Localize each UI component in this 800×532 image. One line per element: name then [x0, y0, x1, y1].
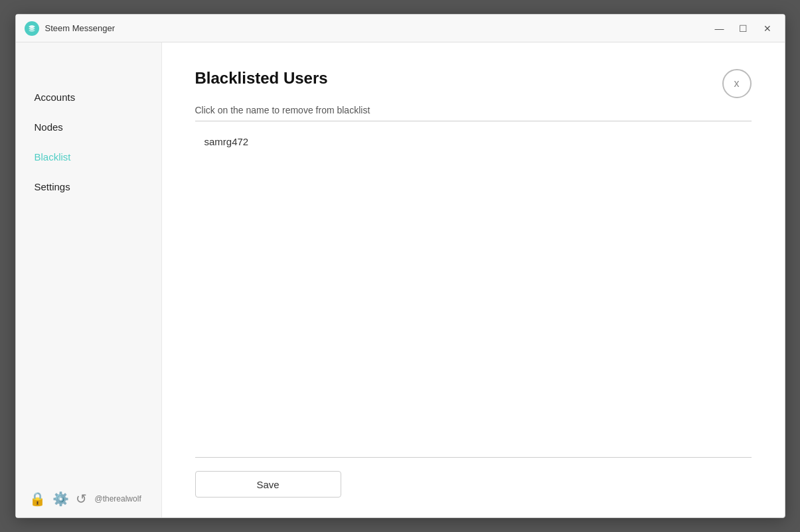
- minimize-button[interactable]: —: [710, 19, 729, 38]
- subtitle-text: Click on the name to remove from blackli…: [195, 105, 752, 115]
- bottom-divider: [195, 457, 752, 458]
- current-user: @therealwolf: [95, 494, 141, 503]
- maximize-button[interactable]: ☐: [734, 19, 753, 38]
- app-logo: [24, 21, 40, 36]
- sidebar-item-nodes[interactable]: Nodes: [16, 112, 161, 142]
- window-close-button[interactable]: ✕: [758, 19, 777, 38]
- save-button[interactable]: Save: [195, 471, 341, 498]
- refresh-icon[interactable]: ↺: [76, 491, 87, 507]
- sidebar-item-accounts[interactable]: Accounts: [16, 82, 161, 112]
- blacklist-entries: samrg472: [195, 128, 752, 450]
- sidebar: Accounts Nodes Blacklist Settings 🔒 ⚙️ ↺…: [16, 42, 162, 517]
- app-title: Steem Messenger: [45, 23, 710, 33]
- content-header: Blacklisted Users x: [195, 69, 752, 98]
- settings-icon[interactable]: ⚙️: [52, 491, 69, 507]
- main-content: Accounts Nodes Blacklist Settings 🔒 ⚙️ ↺…: [16, 42, 785, 517]
- close-panel-button[interactable]: x: [722, 69, 752, 98]
- lock-icon[interactable]: 🔒: [29, 491, 46, 507]
- sidebar-footer: 🔒 ⚙️ ↺ @therealwolf: [16, 480, 161, 517]
- content-area: Blacklisted Users x Click on the name to…: [162, 42, 785, 517]
- app-window: Steem Messenger — ☐ ✕ Accounts Nodes Bla…: [15, 14, 785, 518]
- sidebar-item-settings[interactable]: Settings: [16, 172, 161, 202]
- sidebar-item-blacklist[interactable]: Blacklist: [16, 142, 161, 172]
- blacklist-entry[interactable]: samrg472: [195, 128, 752, 155]
- window-controls: — ☐ ✕: [710, 19, 777, 38]
- page-title: Blacklisted Users: [195, 69, 328, 88]
- top-divider: [195, 121, 752, 121]
- title-bar: Steem Messenger — ☐ ✕: [16, 15, 785, 42]
- footer-area: Save: [195, 450, 752, 498]
